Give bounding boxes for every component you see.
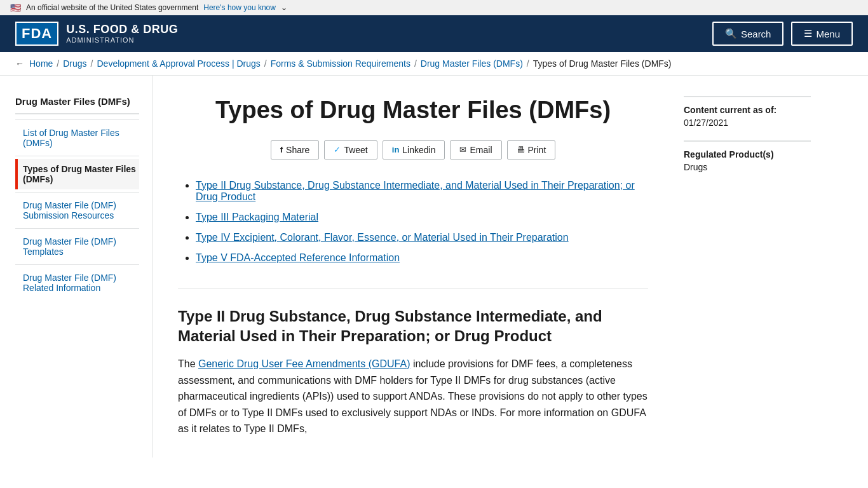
sidebar-divider-2 <box>15 156 139 156</box>
toc-link-type-v[interactable]: Type V FDA-Accepted Reference Informatio… <box>196 252 400 263</box>
share-facebook-label: Share <box>286 145 309 155</box>
section-heading-type-ii: Type II Drug Substance, Drug Substance I… <box>178 306 648 346</box>
menu-label: Menu <box>816 29 840 39</box>
share-email-label: Email <box>470 145 492 155</box>
twitter-icon: ✓ <box>334 145 341 154</box>
sidebar-item-related[interactable]: Drug Master File (DMF) Related Informati… <box>15 268 139 298</box>
sidebar-item-templates[interactable]: Drug Master File (DMF) Templates <box>15 231 139 262</box>
right-rail: Content current as of: 01/27/2021 Regula… <box>674 76 826 458</box>
sidebar-divider-4 <box>15 228 139 229</box>
content-current-date: 01/27/2021 <box>684 118 811 128</box>
body-text: The Generic Drug User Fee Amendments (GD… <box>178 356 648 437</box>
list-item: Type II Drug Substance, Drug Substance I… <box>196 180 648 203</box>
gov-banner-chevron: ⌄ <box>281 3 287 12</box>
main-content: Types of Drug Master Files (DMFs) f Shar… <box>153 76 674 458</box>
fda-logo-box: FDA <box>15 22 58 46</box>
list-item: Type III Packaging Material <box>196 212 648 223</box>
regulated-section: Regulated Product(s) Drugs <box>684 140 811 172</box>
toc-link-type-ii[interactable]: Type II Drug Substance, Drug Substance I… <box>196 180 635 202</box>
share-linkedin-button[interactable]: in Linkedin <box>383 140 445 159</box>
breadcrumb-current: Types of Drug Master Files (DMFs) <box>533 58 672 69</box>
agency-name: U.S. FOOD & DRUG <box>66 23 178 37</box>
flag-icon: 🇺🇸 <box>10 3 21 13</box>
body-intro: The <box>178 358 198 369</box>
back-arrow-icon: ← <box>15 58 24 69</box>
content-current-section: Content current as of: 01/27/2021 <box>684 96 811 128</box>
breadcrumb-dev-approval[interactable]: Development & Approval Process | Drugs <box>97 58 261 69</box>
share-twitter-label: Tweet <box>344 145 367 155</box>
search-label: Search <box>741 29 771 39</box>
regulated-value: Drugs <box>684 162 811 172</box>
search-button[interactable]: 🔍 Search <box>712 22 784 46</box>
sidebar-divider-5 <box>15 264 139 265</box>
site-header: FDA U.S. FOOD & DRUG ADMINISTRATION 🔍 Se… <box>0 15 868 52</box>
fda-logo[interactable]: FDA U.S. FOOD & DRUG ADMINISTRATION <box>15 22 178 46</box>
breadcrumb: ← Home / Drugs / Development & Approval … <box>0 52 868 76</box>
share-email-button[interactable]: ✉ Email <box>450 140 501 159</box>
email-icon: ✉ <box>459 145 466 154</box>
breadcrumb-home[interactable]: Home <box>29 58 53 69</box>
share-print-label: Print <box>528 145 546 155</box>
list-item: Type V FDA-Accepted Reference Informatio… <box>196 252 648 264</box>
breadcrumb-dmfs[interactable]: Drug Master Files (DMFs) <box>421 58 523 69</box>
facebook-icon: f <box>280 145 283 154</box>
search-icon: 🔍 <box>725 28 737 39</box>
regulated-label: Regulated Product(s) <box>684 149 811 159</box>
print-icon: 🖶 <box>517 145 525 154</box>
share-print-button[interactable]: 🖶 Print <box>507 140 556 159</box>
toc-link-type-iii[interactable]: Type III Packaging Material <box>196 212 318 222</box>
list-item: Type IV Excipient, Colorant, Flavor, Ess… <box>196 232 648 243</box>
share-facebook-button[interactable]: f Share <box>271 140 320 159</box>
gdufa-link[interactable]: Generic Drug User Fee Amendments (GDUFA) <box>198 358 410 369</box>
sidebar-item-list-dmf[interactable]: List of Drug Master Files (DMFs) <box>15 123 139 153</box>
share-bar: f Share ✓ Tweet in Linkedin ✉ Email 🖶 Pr… <box>178 140 648 159</box>
body-text-content: include provisions for DMF fees, a compl… <box>178 358 648 434</box>
agency-sub-name: ADMINISTRATION <box>66 36 178 44</box>
gov-banner: 🇺🇸 An official website of the United Sta… <box>0 0 868 15</box>
menu-button[interactable]: ☰ Menu <box>791 22 853 46</box>
page-wrapper: Drug Master Files (DMFs) List of Drug Ma… <box>0 76 868 458</box>
sidebar-divider-3 <box>15 192 139 193</box>
menu-icon: ☰ <box>804 28 812 39</box>
gov-banner-link[interactable]: Here's how you know <box>203 3 276 12</box>
sidebar: Drug Master Files (DMFs) List of Drug Ma… <box>0 76 153 458</box>
fda-logo-text: U.S. FOOD & DRUG ADMINISTRATION <box>66 23 178 45</box>
sidebar-section-title: Drug Master Files (DMFs) <box>15 96 139 114</box>
breadcrumb-forms-submission[interactable]: Forms & Submission Requirements <box>271 58 410 69</box>
gov-banner-text: An official website of the United States… <box>26 3 198 12</box>
share-twitter-button[interactable]: ✓ Tweet <box>324 140 377 159</box>
page-title: Types of Drug Master Files (DMFs) <box>178 96 648 125</box>
breadcrumb-drugs[interactable]: Drugs <box>63 58 86 69</box>
header-nav: 🔍 Search ☰ Menu <box>712 22 853 46</box>
linkedin-icon: in <box>392 145 400 154</box>
toc-link-type-iv[interactable]: Type IV Excipient, Colorant, Flavor, Ess… <box>196 232 569 243</box>
share-linkedin-label: Linkedin <box>402 145 435 155</box>
sidebar-item-submission[interactable]: Drug Master File (DMF) Submission Resour… <box>15 195 139 226</box>
sidebar-divider <box>15 119 139 120</box>
sidebar-item-types-dmf[interactable]: Types of Drug Master Files (DMFs) <box>15 159 139 189</box>
toc-list: Type II Drug Substance, Drug Substance I… <box>178 180 648 288</box>
content-current-label: Content current as of: <box>684 105 811 115</box>
